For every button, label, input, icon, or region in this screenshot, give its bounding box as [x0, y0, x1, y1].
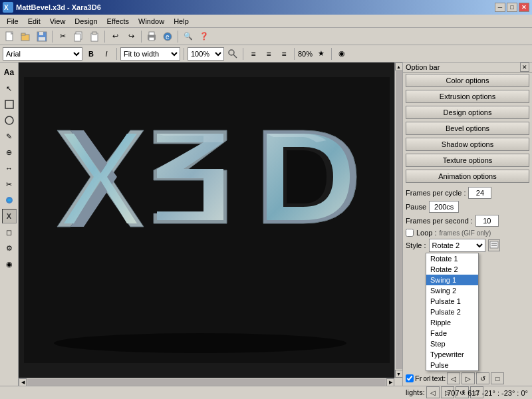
tool-select[interactable]: ↖ — [2, 81, 17, 96]
align-left-btn[interactable]: ≡ — [247, 47, 260, 61]
copy-btn[interactable] — [71, 29, 86, 44]
color-options-btn[interactable]: Color options — [406, 74, 529, 87]
tool-settings[interactable]: ⚙ — [2, 241, 17, 255]
scroll-left-btn[interactable]: ◀ — [19, 378, 27, 386]
frames-cycle-input[interactable] — [468, 187, 491, 199]
toolbar-sep-1 — [52, 31, 53, 43]
menu-help[interactable]: Help — [170, 15, 193, 27]
menu-design[interactable]: Design — [70, 15, 101, 27]
maximize-button[interactable]: □ — [507, 3, 517, 12]
dropdown-swing1[interactable]: Swing 1 — [426, 275, 478, 285]
left-toolbar: Aa ↖ ✎ ⊕ ↔ ✂ X ◻ ⚙ ◉ — [0, 63, 19, 386]
zoom-btn[interactable]: 🔍 — [181, 29, 196, 44]
zoom-selector[interactable]: 100% — [188, 47, 224, 61]
align-center-btn[interactable]: ≡ — [262, 47, 275, 61]
style-selector[interactable]: Rotate 1 Rotate 2 Swing 1 Swing 2 Pulsat… — [429, 239, 485, 252]
dropdown-pulsate2[interactable]: Pulsate 2 — [426, 307, 478, 317]
scroll-up-btn[interactable]: ▲ — [395, 63, 403, 70]
scroll-right-btn[interactable]: ▶ — [386, 378, 394, 386]
italic-btn[interactable]: I — [100, 47, 113, 61]
animation-options-btn[interactable]: Animation options — [406, 170, 529, 183]
status-text: 707 × 617 -21° : -23° : 0° — [447, 389, 528, 397]
zoom-icon[interactable] — [226, 47, 239, 61]
scrollbar-vertical[interactable]: ▲ ▼ — [394, 63, 402, 378]
dropdown-rotate1[interactable]: Rotate 1 — [426, 253, 478, 264]
text-ctrl-btn1[interactable]: ◁ — [447, 372, 460, 384]
dropdown-pulse[interactable]: Pulse — [426, 360, 478, 370]
window-title: MattBevel.x3d - Xara3D6 — [16, 3, 101, 11]
help-btn[interactable]: ❓ — [197, 29, 211, 44]
svg-rect-8 — [74, 34, 80, 41]
text-ctrl-btn2[interactable]: ▷ — [462, 372, 475, 384]
extrusion-options-btn[interactable]: Extrusion options — [406, 90, 529, 103]
tool-rect[interactable] — [2, 97, 17, 112]
open-btn[interactable] — [19, 29, 33, 44]
lights-ctrl-btn1[interactable]: ◁ — [426, 386, 440, 398]
tool-3d[interactable]: X — [2, 209, 17, 223]
menu-view[interactable]: View — [46, 15, 70, 27]
align-right-btn[interactable]: ≡ — [277, 47, 291, 61]
tool-crop[interactable]: ✂ — [2, 177, 17, 192]
panel-close-btn[interactable]: ✕ — [520, 63, 529, 72]
dropdown-pulsate1[interactable]: Pulsate 1 — [426, 296, 478, 307]
format-sep-5 — [331, 48, 332, 60]
redo-btn[interactable]: ↪ — [124, 29, 138, 44]
dropdown-fade[interactable]: Fade — [426, 328, 478, 338]
dropdown-ripple[interactable]: Ripple — [426, 317, 478, 328]
scroll-thumb-v[interactable] — [396, 71, 402, 369]
tool-text[interactable]: Aa — [2, 65, 17, 80]
shadow-options-btn[interactable]: Shadow options — [406, 138, 529, 151]
tool-resize[interactable]: ↔ — [2, 161, 17, 176]
eye-btn[interactable]: ◉ — [335, 47, 348, 61]
title-bar: X MattBevel.x3d - Xara3D6 ─ □ ✕ — [0, 0, 532, 15]
scroll-thumb-h[interactable] — [27, 379, 386, 386]
menu-window[interactable]: Window — [134, 15, 168, 27]
font-selector[interactable]: Arial — [3, 47, 82, 61]
texture-options-btn[interactable]: Texture options — [406, 154, 529, 167]
text-ctrl-row: Fr orl text: ◁ ▷ ↺ □ — [406, 372, 529, 384]
canvas-area[interactable]: ▲ ▼ ◀ ▶ — [19, 63, 402, 386]
loop-checkbox[interactable] — [406, 229, 414, 237]
dropdown-rotate2[interactable]: Rotate 2 — [426, 264, 478, 275]
pause-input[interactable] — [429, 201, 459, 213]
save-btn[interactable] — [35, 29, 49, 44]
new-btn[interactable] — [3, 29, 17, 44]
animation-section: Frames per cycle : Pause Frames per seco… — [403, 184, 532, 399]
main-toolbar: ✂ ↩ ↪ e 🔍 ❓ — [0, 28, 532, 45]
svg-rect-18 — [5, 100, 13, 108]
menu-file[interactable]: File — [3, 15, 23, 27]
tool-ellipse[interactable] — [2, 113, 17, 128]
text-ctrl-btn3[interactable]: ↺ — [476, 372, 489, 384]
design-options-btn[interactable]: Design options — [406, 106, 529, 119]
text-ctrl-btn4[interactable]: □ — [491, 372, 504, 384]
bevel-options-btn[interactable]: Bevel options — [406, 122, 529, 135]
menu-edit[interactable]: Edit — [24, 15, 45, 27]
animation-picker-btn[interactable] — [488, 239, 500, 251]
dropdown-swing2[interactable]: Swing 2 — [426, 285, 478, 296]
tool-view[interactable]: ◉ — [2, 257, 17, 271]
dropdown-typewriter[interactable]: Typewriter — [426, 349, 478, 360]
scroll-down-btn[interactable]: ▼ — [395, 370, 403, 378]
minimize-button[interactable]: ─ — [495, 3, 505, 12]
svg-rect-10 — [92, 32, 96, 35]
paste-btn[interactable] — [87, 29, 102, 44]
cut-btn[interactable]: ✂ — [55, 29, 70, 44]
menu-effects[interactable]: Effects — [103, 15, 133, 27]
text-ctrl-label2: orl — [423, 375, 430, 382]
tool-paint[interactable] — [2, 193, 17, 207]
tool-shape[interactable]: ◻ — [2, 225, 17, 239]
tool-move[interactable]: ⊕ — [2, 145, 17, 160]
scrollbar-horizontal[interactable]: ◀ ▶ — [19, 378, 394, 386]
frames-sec-input[interactable] — [475, 215, 499, 227]
undo-btn[interactable]: ↩ — [108, 29, 122, 44]
bold-btn[interactable]: B — [84, 47, 98, 61]
panel-title: Option bar — [406, 63, 440, 71]
export-btn[interactable]: e — [160, 29, 175, 44]
print-btn[interactable] — [144, 29, 159, 44]
fit-width-selector[interactable]: Fit to width — [120, 47, 180, 61]
text-ctrl-checkbox[interactable] — [406, 374, 414, 382]
tool-pen[interactable]: ✎ — [2, 129, 17, 144]
dropdown-step[interactable]: Step — [426, 338, 478, 349]
close-button[interactable]: ✕ — [519, 3, 529, 12]
star-btn[interactable]: ★ — [315, 47, 328, 61]
